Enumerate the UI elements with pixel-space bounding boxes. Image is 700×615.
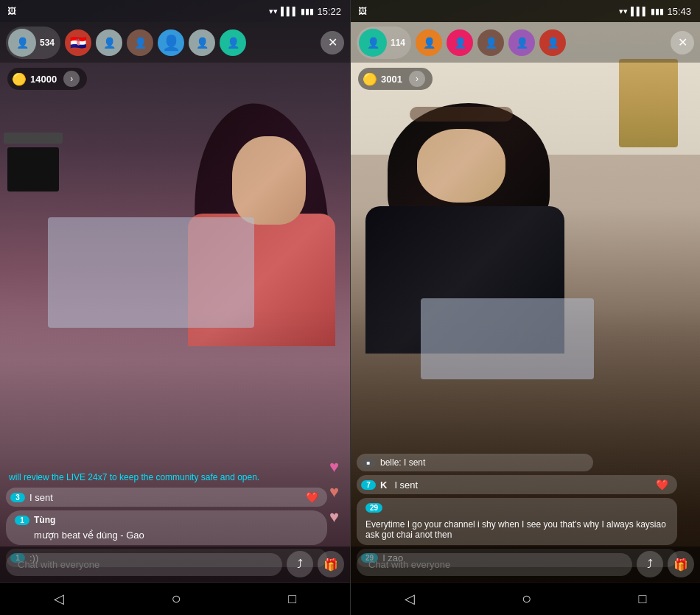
chat-input-left[interactable] [6, 553, 282, 576]
viewer-avatar-5-right[interactable]: 👤 [539, 29, 566, 56]
chat-badge-2-left: 1 [15, 516, 29, 525]
recent-btn-right[interactable]: □ [638, 591, 646, 607]
coin-arrow-icon-right: › [416, 74, 419, 84]
close-icon-right: ✕ [678, 35, 687, 49]
coin-arrow-right[interactable]: › [409, 71, 425, 87]
coins-bar-right[interactable]: 🟡 3001 › [358, 68, 433, 90]
close-btn-left[interactable]: ✕ [321, 31, 344, 55]
viewer-2-icon-left: 👤 [103, 37, 116, 49]
viewer-3-icon-right: 👤 [485, 37, 497, 49]
home-btn-right[interactable]: ○ [522, 589, 531, 608]
chat-msg-belle-right: ■ belle: I sent [357, 454, 593, 471]
chat-msg-2-left: 1 Tùng mượn beat về dùng - Gao [6, 510, 327, 545]
bottom-bar-right: ⤴ 🎁 [351, 547, 700, 582]
coin-arrow-left[interactable]: › [63, 71, 80, 87]
gift-btn-left[interactable]: 🎁 [318, 551, 344, 577]
status-bar-icon-left: 🖼 [7, 6, 16, 16]
chat-info-msg-left: will review the LIVE 24x7 to keep the co… [6, 471, 344, 484]
chat-input-right[interactable] [357, 553, 632, 576]
status-bar-icon-right: 🖼 [358, 6, 367, 16]
heart-1-left: ❤️ [306, 491, 318, 503]
image-icon-right: 🖼 [358, 6, 367, 16]
nav-bar-right: ◁ ○ □ [351, 583, 700, 615]
wifi-icon-left: ▾▾ [269, 7, 278, 16]
bottom-bar-left: ⤴ 🎁 [0, 547, 350, 582]
viewer-avatar-2-right[interactable]: 👤 [447, 29, 473, 56]
face-blur-right [421, 298, 594, 379]
face-blur-left [48, 217, 254, 328]
viewer-4-icon-left: 👤 [162, 34, 181, 52]
viewer-avatar-3-left[interactable]: 👤 [127, 29, 153, 56]
coin-amount-left: 14000 [30, 74, 57, 85]
top-bar-left: 👤 534 🇭🇷 👤 👤 👤 👤 👤 ✕ [0, 22, 350, 63]
top-bar-right: 👤 114 👤 👤 👤 👤 👤 ✕ [351, 22, 700, 63]
coin-arrow-icon-left: › [70, 74, 73, 84]
chat-text-long-right: Everytime I go your channel i shy when I… [365, 519, 668, 540]
battery-icon-left: ▮▮▮ [301, 7, 314, 16]
status-bar-left: 🖼 ▾▾ ▌▌▌ ▮▮▮ 15:22 [0, 0, 350, 22]
share-icon-left: ⤴ [297, 558, 303, 571]
chat-badge-long-right: 29 [365, 503, 382, 513]
chat-msg-k-right: 7 K I sent ❤️ [357, 475, 677, 494]
coin-amount-right: 3001 [381, 74, 402, 85]
viewer-6-icon-left: 👤 [227, 37, 239, 49]
back-btn-left[interactable]: ◁ [54, 591, 64, 607]
chat-badge-1-left: 3 [10, 493, 25, 502]
coins-bar-left[interactable]: 🟡 14000 › [7, 68, 87, 90]
status-bar-right: 🖼 ▾▾ ▌▌▌ ▮▮▮ 15:43 [351, 0, 700, 22]
viewer-count-right: 114 [391, 38, 405, 48]
chat-badge-k-right: 7 [361, 480, 376, 490]
share-icon-right: ⤴ [647, 558, 653, 571]
screen-right: 🖼 ▾▾ ▌▌▌ ▮▮▮ 15:43 👤 114 👤 👤 👤 👤 [350, 0, 700, 615]
viewer-avatar-5-left[interactable]: 👤 [189, 29, 215, 56]
status-bar-right-left: ▾▾ ▌▌▌ ▮▮▮ 15:22 [269, 6, 341, 17]
viewer-count-left: 534 [40, 38, 55, 48]
viewer-avatar-6-left[interactable]: 👤 [220, 29, 246, 56]
viewer-5-icon-right: 👤 [547, 37, 559, 49]
chat-username-k-right: K [380, 479, 387, 491]
host-wrapper-left[interactable]: 👤 534 [6, 27, 60, 59]
viewer-avatar-1-right[interactable]: 👤 [416, 29, 442, 56]
chat-text-1-left: I sent [29, 492, 301, 503]
status-time-right: 15:43 [667, 6, 691, 17]
close-icon-left: ✕ [328, 35, 337, 49]
signal-icon-right: ▌▌▌ [631, 7, 648, 15]
signal-icon-left: ▌▌▌ [281, 7, 298, 15]
coin-icon-right: 🟡 [363, 72, 377, 86]
chat-msg-1-left: 3 I sent ❤️ [6, 488, 327, 507]
nav-bar-left: ◁ ○ □ [0, 583, 350, 615]
gift-icon-right: 🎁 [673, 558, 688, 572]
share-btn-right[interactable]: ⤴ [637, 551, 663, 577]
share-btn-left[interactable]: ⤴ [287, 551, 313, 577]
gift-icon-left: 🎁 [323, 558, 338, 572]
image-icon-left: 🖼 [7, 6, 16, 16]
viewer-avatar-4-right[interactable]: 👤 [508, 29, 535, 56]
chat-badge-belle-right: ■ [361, 459, 376, 467]
host-avatar-icon-left: 👤 [8, 29, 36, 57]
recent-btn-left[interactable]: □ [288, 591, 296, 607]
viewer-avatar-1-left[interactable]: 🇭🇷 [65, 29, 91, 56]
viewer-avatar-2-left[interactable]: 👤 [96, 29, 122, 56]
gift-btn-right[interactable]: 🎁 [668, 551, 694, 577]
chat-text-k-right: I sent [394, 479, 651, 491]
close-btn-right[interactable]: ✕ [671, 31, 694, 55]
chat-msg-long-right: 29 Everytime I go your channel i shy whe… [357, 498, 677, 545]
viewer-avatar-3-right[interactable]: 👤 [477, 29, 504, 56]
status-bar-right-right: ▾▾ ▌▌▌ ▮▮▮ 15:43 [619, 6, 691, 17]
viewer-2-icon-right: 👤 [454, 37, 466, 49]
viewer-avatar-4-left[interactable]: 👤 [158, 29, 184, 56]
status-time-left: 15:22 [317, 6, 341, 17]
back-btn-right[interactable]: ◁ [405, 591, 415, 607]
host-wrapper-right[interactable]: 👤 114 [357, 27, 411, 59]
coin-icon-left: 🟡 [12, 72, 27, 86]
heart-k-right: ❤️ [656, 479, 668, 491]
host-avatar-icon-right: 👤 [359, 29, 387, 57]
viewer-1-icon-left: 🇭🇷 [70, 35, 86, 51]
home-btn-left[interactable]: ○ [171, 589, 181, 608]
battery-icon-right: ▮▮▮ [651, 7, 664, 16]
wifi-icon-right: ▾▾ [619, 7, 628, 16]
host-avatar-left: 👤 [8, 29, 36, 57]
viewer-1-icon-right: 👤 [423, 37, 435, 49]
chat-text-2-left: mượn beat về dùng - Gao [15, 530, 144, 541]
viewer-4-icon-right: 👤 [516, 37, 528, 49]
